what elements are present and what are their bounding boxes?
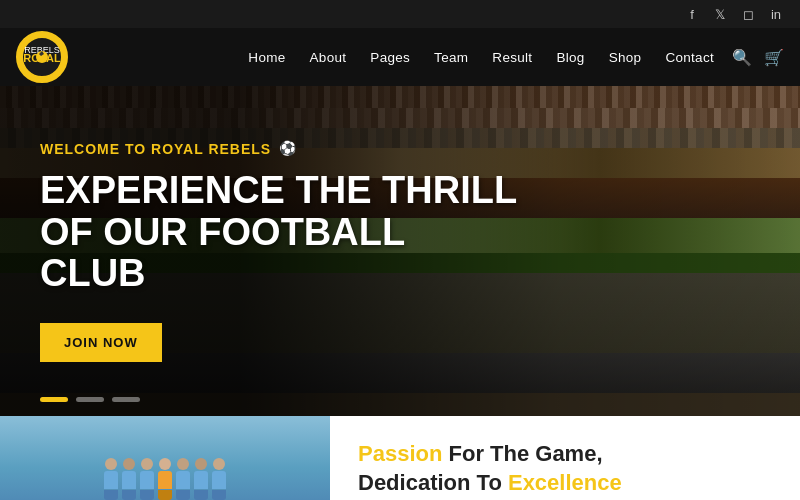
player-7 [212,458,226,500]
slide-dot-3[interactable] [112,397,140,402]
instagram-icon[interactable]: ◻ [740,6,756,22]
join-now-button[interactable]: JOIN NOW [40,323,162,362]
nav-links: Home About Pages Team Result Blog Shop C… [238,48,724,66]
slide-indicators [40,397,140,402]
player-3 [140,458,154,500]
nav-item-contact[interactable]: Contact [655,48,724,66]
logo: ROYAL REBELS [16,31,68,83]
passion-title: Passion For The Game, Dedication To Exce… [358,440,772,497]
top-bar: f 𝕏 ◻ in [0,0,800,28]
nav-item-shop[interactable]: Shop [599,48,652,66]
hero-content: WELCOME TO ROYAL REBELS ⚽ EXPERIENCE THE… [0,86,800,416]
slide-dot-1[interactable] [40,397,68,402]
cart-icon[interactable]: 🛒 [764,48,784,67]
nav-item-pages[interactable]: Pages [360,48,420,66]
facebook-icon[interactable]: f [684,6,700,22]
excellence-yellow: Excellence [508,470,622,495]
player-4 [158,458,172,500]
player-6 [194,458,208,500]
search-icon[interactable]: 🔍 [732,48,752,67]
nav-item-about[interactable]: About [300,48,357,66]
nav-item-home[interactable]: Home [238,48,295,66]
soccer-ball-icon: ⚽ [279,140,297,158]
nav-item-blog[interactable]: Blog [546,48,594,66]
team-photo [0,416,330,500]
nav-item-team[interactable]: Team [424,48,478,66]
player-5 [176,458,190,500]
linkedin-icon[interactable]: in [768,6,784,22]
navbar: ROYAL REBELS Home About Pages Team Resul… [0,28,800,86]
bottom-section: Passion For The Game, Dedication To Exce… [0,416,800,500]
dedication-normal: Dedication To [358,470,502,495]
logo-wrap[interactable]: ROYAL REBELS [16,31,68,83]
player-2 [122,458,136,500]
nav-item-result[interactable]: Result [482,48,542,66]
hero-title: EXPERIENCE THE THRILL OF OUR FOOTBALL CL… [40,170,520,295]
players-back-row [104,458,226,500]
hero-section: WELCOME TO ROYAL REBELS ⚽ EXPERIENCE THE… [0,86,800,416]
player-1 [104,458,118,500]
hero-subtitle: WELCOME TO ROYAL REBELS ⚽ [40,140,760,158]
hero-subtitle-text: WELCOME TO ROYAL REBELS [40,141,271,157]
twitter-icon[interactable]: 𝕏 [712,6,728,22]
passion-yellow-1: Passion [358,441,442,466]
team-photo-inner [0,416,330,500]
bottom-text: Passion For The Game, Dedication To Exce… [330,416,800,500]
slide-dot-2[interactable] [76,397,104,402]
nav-icons: 🔍 🛒 [732,48,784,67]
passion-normal-1: For The Game, [449,441,603,466]
